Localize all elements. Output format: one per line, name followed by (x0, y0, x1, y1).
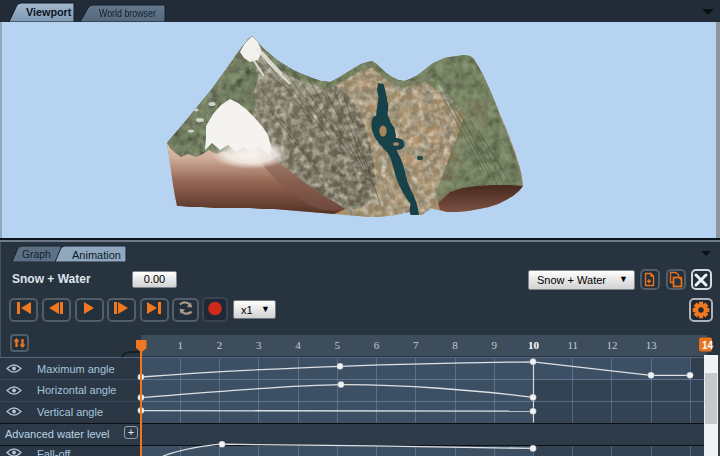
svg-text:14: 14 (702, 340, 714, 351)
